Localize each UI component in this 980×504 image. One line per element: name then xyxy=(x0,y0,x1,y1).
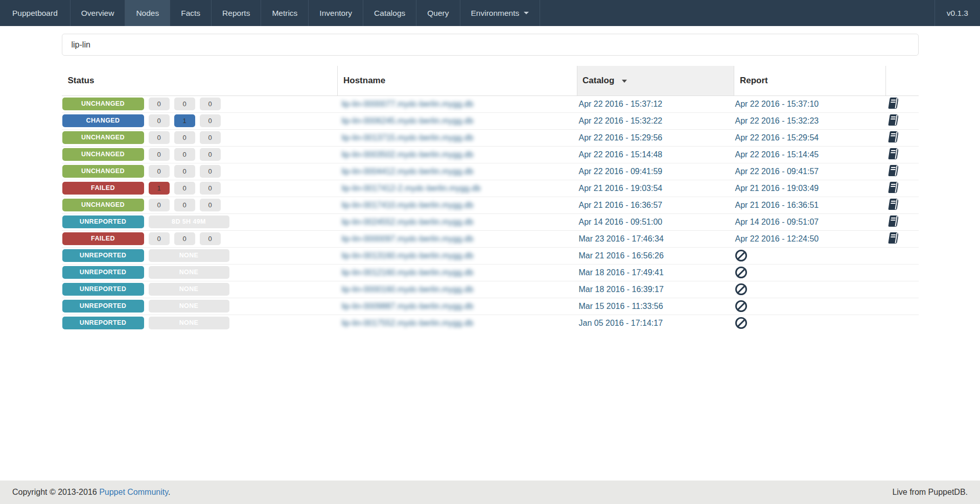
hostname-link-blurred[interactable]: lip-lin-0000160.mydc-berlin.mygg.db xyxy=(342,285,474,294)
table-row: UNCHANGED000lip-lin-0017410.mydc-berlin.… xyxy=(62,197,919,213)
status-cell: FAILED100 xyxy=(62,180,338,197)
nav-item-metrics[interactable]: Metrics xyxy=(261,0,309,26)
status-badge: FAILED xyxy=(62,232,144,245)
table-row: UNCHANGED000lip-lin-0013715.mydc-berlin.… xyxy=(62,129,919,146)
report-timestamp-link[interactable]: Apr 22 2016 - 15:14:45 xyxy=(735,150,819,159)
report-book-icon[interactable] xyxy=(888,114,898,126)
status-badge: UNREPORTED xyxy=(62,249,144,262)
nav-item-inventory[interactable]: Inventory xyxy=(309,0,363,26)
nav-item-facts[interactable]: Facts xyxy=(170,0,212,26)
event-count-pill: 0 xyxy=(200,114,221,127)
hostname-link-blurred[interactable]: lip-lin-0013715.mydc-berlin.mygg.db xyxy=(342,133,474,142)
catalog-timestamp-link[interactable]: Apr 21 2016 - 16:36:57 xyxy=(579,201,663,209)
nav-item-overview[interactable]: Overview xyxy=(71,0,126,26)
report-icon-cell xyxy=(886,247,919,264)
catalog-timestamp-link[interactable]: Mar 21 2016 - 16:56:26 xyxy=(579,251,664,260)
hostname-link-blurred[interactable]: lip-lin-0006245.mydc-berlin.mygg.db xyxy=(342,116,474,125)
report-book-icon[interactable] xyxy=(888,182,898,193)
hostname-link-blurred[interactable]: lip-lin-0009887.mydc-berlin.mygg.db xyxy=(342,302,474,310)
report-book-icon[interactable] xyxy=(888,215,898,227)
status-badge: UNCHANGED xyxy=(62,165,144,178)
hostname-link-blurred[interactable]: lip-lin-0017410.mydc-berlin.mygg.db xyxy=(342,201,474,209)
catalog-timestamp-link[interactable]: Apr 22 2016 - 15:14:48 xyxy=(579,150,663,159)
catalog-timestamp-link[interactable]: Apr 22 2016 - 09:41:59 xyxy=(579,167,663,176)
report-timestamp-link[interactable]: Apr 22 2016 - 15:29:54 xyxy=(735,133,819,142)
report-book-icon[interactable] xyxy=(888,131,898,142)
node-search-input[interactable] xyxy=(62,34,919,56)
status-badge: CHANGED xyxy=(62,114,144,127)
brand-puppetboard[interactable]: Puppetboard xyxy=(0,0,71,26)
nav-item-nodes[interactable]: Nodes xyxy=(125,0,170,26)
report-book-icon[interactable] xyxy=(888,98,898,109)
hostname-link-blurred[interactable]: lip-lin-0024552.mydc-berlin.mygg.db xyxy=(342,218,474,226)
report-book-icon[interactable] xyxy=(888,199,898,210)
column-header-status[interactable]: Status xyxy=(62,66,338,95)
nav-item-label: Query xyxy=(427,9,449,18)
status-cell: UNCHANGED000 xyxy=(62,95,338,112)
copyright-text: Copyright © 2013-2016 Puppet Community. xyxy=(12,488,170,497)
search-box xyxy=(62,34,919,56)
catalog-timestamp-link[interactable]: Mar 18 2016 - 17:49:41 xyxy=(579,268,664,277)
hostname-cell: lip-lin-0000077.mydc-berlin.mygg.db xyxy=(338,95,577,112)
report-book-icon[interactable] xyxy=(888,148,898,159)
column-header-hostname[interactable]: Hostname xyxy=(338,66,577,95)
report-timestamp-link[interactable]: Apr 22 2016 - 15:37:10 xyxy=(735,100,819,108)
catalog-cell: Apr 21 2016 - 16:36:57 xyxy=(577,197,734,213)
unreported-duration-pill: 8D 5H 49M xyxy=(149,215,229,228)
status-cell: CHANGED010 xyxy=(62,112,338,129)
catalog-timestamp-link[interactable]: Apr 14 2016 - 09:51:00 xyxy=(579,218,663,226)
report-book-icon[interactable] xyxy=(888,165,898,176)
report-timestamp-link[interactable]: Apr 21 2016 - 19:03:49 xyxy=(735,184,819,193)
report-timestamp-link[interactable]: Apr 22 2016 - 12:24:50 xyxy=(735,234,819,243)
page: Puppetboard Overview Nodes Facts Reports… xyxy=(0,0,980,504)
catalog-cell: Mar 15 2016 - 11:33:56 xyxy=(577,298,734,315)
hostname-link-blurred[interactable]: lip-lin-0017552.mydc-berlin.mygg.db xyxy=(342,319,474,327)
nodes-table-body: UNCHANGED000lip-lin-0000077.mydc-berlin.… xyxy=(62,95,919,331)
nav-item-environments-dropdown[interactable]: Environments xyxy=(460,0,541,26)
column-header-label: Hostname xyxy=(343,76,385,85)
catalog-cell: Apr 22 2016 - 09:41:59 xyxy=(577,163,734,180)
nav-item-label: Environments xyxy=(471,9,520,18)
hostname-link-blurred[interactable]: lip-lin-0012160.mydc-berlin.mygg.db xyxy=(342,268,474,277)
report-timestamp-link[interactable]: Apr 22 2016 - 15:32:23 xyxy=(735,116,819,125)
catalog-timestamp-link[interactable]: Mar 18 2016 - 16:39:17 xyxy=(579,285,664,294)
report-icon-cell xyxy=(886,197,919,213)
report-cell: Apr 22 2016 - 12:24:50 xyxy=(734,230,886,247)
event-count-pill: 0 xyxy=(149,165,170,178)
puppet-community-link[interactable]: Puppet Community xyxy=(99,488,168,496)
event-count-pill: 0 xyxy=(149,148,170,161)
report-cell xyxy=(734,247,886,264)
report-cell xyxy=(734,298,886,315)
hostname-link-blurred[interactable]: lip-lin-0017412-2.mydc-berlin.mygg.db xyxy=(342,184,481,193)
status-cell: UNREPORTEDNONE xyxy=(62,315,338,331)
hostname-cell: lip-lin-0004412.mydc-berlin.mygg.db xyxy=(338,163,577,180)
hostname-link-blurred[interactable]: lip-lin-0000077.mydc-berlin.mygg.db xyxy=(342,100,474,108)
catalog-timestamp-link[interactable]: Apr 22 2016 - 15:32:22 xyxy=(579,116,663,125)
report-timestamp-link[interactable]: Apr 14 2016 - 09:51:07 xyxy=(735,218,819,226)
catalog-timestamp-link[interactable]: Mar 15 2016 - 11:33:56 xyxy=(579,302,663,310)
nav-item-query[interactable]: Query xyxy=(416,0,460,26)
catalog-timestamp-link[interactable]: Mar 23 2016 - 17:46:34 xyxy=(579,234,664,243)
hostname-link-blurred[interactable]: lip-lin-0000097.mydc-berlin.mygg.db xyxy=(342,234,474,243)
nav-item-reports[interactable]: Reports xyxy=(212,0,261,26)
hostname-link-blurred[interactable]: lip-lin-0004412.mydc-berlin.mygg.db xyxy=(342,167,474,176)
unreported-duration-pill: NONE xyxy=(149,266,229,279)
report-timestamp-link[interactable]: Apr 21 2016 - 16:36:51 xyxy=(735,201,819,209)
unreported-duration-pill: NONE xyxy=(149,249,229,262)
no-report-ban-icon xyxy=(735,283,747,295)
nav-item-catalogs[interactable]: Catalogs xyxy=(363,0,416,26)
report-timestamp-link[interactable]: Apr 22 2016 - 09:41:57 xyxy=(735,167,819,176)
catalog-timestamp-link[interactable]: Apr 21 2016 - 19:03:54 xyxy=(579,184,663,193)
column-header-catalog-sorted[interactable]: Catalog xyxy=(577,66,734,95)
catalog-timestamp-link[interactable]: Apr 22 2016 - 15:37:12 xyxy=(579,100,663,108)
navbar-items: Puppetboard Overview Nodes Facts Reports… xyxy=(0,0,540,26)
catalog-timestamp-link[interactable]: Apr 22 2016 - 15:29:56 xyxy=(579,133,663,142)
hostname-link-blurred[interactable]: lip-lin-0003502.mydc-berlin.mygg.db xyxy=(342,150,474,159)
column-header-report[interactable]: Report xyxy=(734,66,886,95)
report-icon-cell xyxy=(886,146,919,163)
report-book-icon[interactable] xyxy=(888,232,898,244)
catalog-timestamp-link[interactable]: Jan 05 2016 - 17:14:17 xyxy=(579,319,663,327)
hostname-link-blurred[interactable]: lip-lin-0013160.mydc-berlin.mygg.db xyxy=(342,251,474,260)
table-row: UNREPORTEDNONElip-lin-0017552.mydc-berli… xyxy=(62,315,919,331)
hostname-cell: lip-lin-0006245.mydc-berlin.mygg.db xyxy=(338,112,577,129)
